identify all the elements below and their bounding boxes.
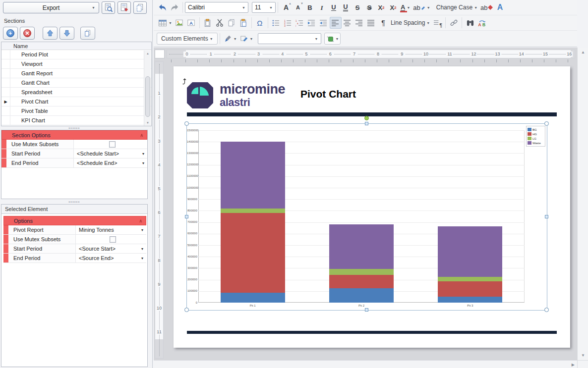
decrease-indent-button[interactable] bbox=[306, 17, 318, 29]
edit-element-button[interactable]: ▼ bbox=[238, 33, 255, 45]
vertical-ruler[interactable]: 1234567891011 bbox=[155, 61, 164, 359]
resize-handle-e[interactable] bbox=[545, 215, 548, 218]
font-size-combo[interactable]: 11▼ bbox=[252, 2, 276, 13]
strikethrough-button[interactable]: S bbox=[352, 1, 363, 13]
property-value[interactable] bbox=[76, 235, 146, 244]
double-strikethrough-button[interactable]: S bbox=[363, 1, 375, 13]
resize-handle-ne[interactable] bbox=[544, 121, 549, 126]
report-settings-button[interactable] bbox=[118, 1, 131, 14]
property-row[interactable]: Pivot ReportMining Tonnes bbox=[3, 225, 146, 235]
custom-elements-button[interactable]: Custom Elements▼ bbox=[157, 33, 218, 45]
resize-handle-sw[interactable] bbox=[184, 308, 189, 312]
scroll-up-icon[interactable]: ▲ bbox=[581, 50, 585, 54]
resize-handle-n[interactable] bbox=[365, 122, 368, 125]
insert-symbol-button[interactable]: Ω bbox=[254, 17, 266, 29]
justify-button[interactable] bbox=[365, 17, 377, 29]
hyperlink-button[interactable] bbox=[448, 17, 460, 29]
insert-textbox-button[interactable]: A bbox=[185, 17, 197, 29]
print-preview-button[interactable] bbox=[102, 1, 115, 14]
property-row[interactable]: End Period<Schedule End> bbox=[1, 158, 147, 168]
property-row[interactable]: End Period<Source End> bbox=[3, 254, 146, 263]
section-row[interactable]: KPI Chart bbox=[1, 116, 151, 125]
rotate-handle[interactable] bbox=[364, 116, 369, 120]
show-marks-button[interactable]: ¶ bbox=[377, 17, 389, 29]
property-value[interactable]: <Source Start> bbox=[76, 244, 146, 253]
increase-indent-button[interactable] bbox=[318, 17, 330, 29]
align-center-button[interactable] bbox=[342, 17, 353, 29]
checkbox[interactable] bbox=[109, 141, 116, 148]
paste-button[interactable] bbox=[202, 17, 214, 29]
shrink-font-button[interactable]: A▼ bbox=[292, 1, 304, 13]
paragraph-settings-button[interactable]: ¶ bbox=[431, 17, 443, 29]
double-underline-button[interactable]: U bbox=[340, 1, 352, 13]
checkbox[interactable] bbox=[110, 236, 116, 243]
move-up-button[interactable] bbox=[43, 27, 58, 40]
splitter-handle[interactable]: ▪▪▪▪▪▪ bbox=[1, 200, 148, 204]
multilevel-list-button[interactable]: 1 a i bbox=[294, 17, 306, 29]
underline-button[interactable]: U bbox=[328, 1, 340, 13]
scroll-down-icon[interactable]: ▼ bbox=[581, 353, 585, 358]
resize-handle-w[interactable] bbox=[185, 215, 188, 218]
property-value[interactable]: Mining Tonnes bbox=[76, 225, 146, 234]
add-section-button[interactable]: + bbox=[3, 27, 18, 40]
property-row[interactable]: Start Period<Schedule Start> bbox=[1, 149, 147, 158]
font-dialog-button[interactable]: A bbox=[494, 1, 506, 13]
property-value[interactable] bbox=[74, 140, 147, 149]
duplicate-section-button[interactable] bbox=[80, 27, 95, 40]
align-right-button[interactable] bbox=[353, 17, 365, 29]
insert-table-button[interactable]: ▼ bbox=[157, 17, 174, 29]
bold-button[interactable]: B bbox=[304, 1, 316, 13]
section-row[interactable]: Gantt Report bbox=[1, 69, 151, 78]
pivot-chart-element[interactable]: 0100000200000300000400000500000600000700… bbox=[187, 124, 547, 310]
document-page[interactable]: micromine alastri Pivot Chart 0100000200… bbox=[174, 66, 570, 348]
undo-button[interactable] bbox=[157, 1, 169, 13]
section-options-header[interactable]: Section Options bbox=[1, 130, 147, 140]
sections-scrollbar[interactable]: ▲ ▼ bbox=[144, 51, 151, 126]
scroll-down-icon[interactable]: ▼ bbox=[144, 121, 151, 124]
scroll-up-icon[interactable]: ▲ bbox=[144, 52, 151, 55]
sections-column-header[interactable]: Name bbox=[1, 42, 151, 50]
scroll-right-icon[interactable]: ▶ bbox=[572, 363, 575, 367]
property-row[interactable]: Use Mutex Subsets bbox=[1, 140, 147, 149]
clear-formatting-button[interactable]: ab bbox=[479, 1, 494, 13]
superscript-button[interactable]: X2 bbox=[375, 1, 387, 13]
line-spacing-button[interactable]: Line Spacing▼ bbox=[389, 17, 431, 29]
delete-section-button[interactable]: ✕ bbox=[20, 27, 35, 40]
bullet-list-button[interactable] bbox=[270, 17, 282, 29]
scrollbar-thumb[interactable] bbox=[145, 76, 150, 117]
font-color-button[interactable]: A▼ bbox=[399, 1, 412, 13]
italic-button[interactable]: I bbox=[316, 1, 328, 13]
section-row[interactable]: Gantt Chart bbox=[1, 78, 151, 88]
replace-button[interactable]: A B bbox=[476, 17, 488, 29]
change-case-button[interactable]: Change Case▼ bbox=[435, 1, 479, 13]
horizontal-ruler[interactable]: 012345678910111213141516 bbox=[167, 50, 575, 58]
grow-font-button[interactable]: A▲ bbox=[280, 1, 292, 13]
paste-special-button[interactable] bbox=[237, 17, 249, 29]
insert-element-button[interactable]: + + ▼ bbox=[324, 33, 341, 45]
section-row[interactable]: Viewport bbox=[1, 59, 151, 69]
format-painter-button[interactable]: ▼ bbox=[222, 33, 238, 45]
align-left-button[interactable] bbox=[330, 17, 342, 29]
copy-layout-button[interactable] bbox=[133, 1, 147, 14]
export-dropdown[interactable]: Export ▼ bbox=[3, 2, 99, 13]
section-row[interactable]: ▶Pivot Chart bbox=[1, 97, 151, 106]
move-down-button[interactable] bbox=[59, 27, 74, 40]
resize-handle-nw[interactable] bbox=[184, 121, 189, 126]
find-button[interactable] bbox=[464, 17, 476, 29]
property-value[interactable]: <Schedule Start> bbox=[74, 149, 147, 158]
property-value[interactable]: <Source End> bbox=[76, 254, 146, 263]
redo-button[interactable] bbox=[169, 1, 180, 13]
section-row[interactable]: Pivot Table bbox=[1, 106, 151, 116]
property-row[interactable]: Use Mutex Subsets bbox=[3, 235, 146, 244]
resize-handle-se[interactable] bbox=[544, 308, 549, 312]
property-row[interactable]: Start Period<Source Start> bbox=[3, 244, 146, 254]
section-row[interactable]: Period Plot bbox=[1, 50, 151, 59]
copy-button[interactable] bbox=[226, 17, 237, 29]
highlight-button[interactable]: ab ▼ bbox=[412, 1, 431, 13]
vertical-scrollbar[interactable]: ▲ ▼ bbox=[577, 48, 588, 360]
subscript-button[interactable]: X2 bbox=[387, 1, 399, 13]
element-combo[interactable]: ▼ bbox=[258, 33, 321, 44]
splitter-handle[interactable]: ▪▪▪▪▪▪ bbox=[1, 126, 148, 130]
section-row[interactable]: Spreadsheet bbox=[1, 88, 151, 97]
cut-button[interactable] bbox=[214, 17, 226, 29]
